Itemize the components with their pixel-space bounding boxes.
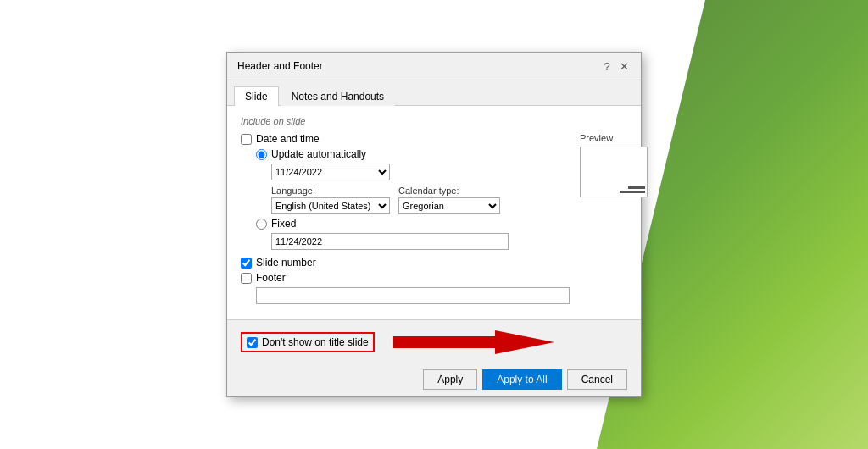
language-field: Language: English (United States) [271, 186, 390, 214]
lang-cal-row: Language: English (United States) Calend… [271, 186, 570, 214]
calendar-label: Calendar type: [398, 186, 500, 196]
update-auto-row: Update automatically [256, 148, 570, 160]
date-time-label[interactable]: Date and time [256, 133, 320, 145]
bottom-section: Don't show on title slide [227, 319, 641, 363]
tab-slide[interactable]: Slide [234, 86, 279, 106]
dialog-body: Include on slide Date and time Update au… [227, 106, 641, 319]
language-label: Language: [271, 186, 390, 196]
dialog-title: Header and Footer [237, 60, 323, 72]
footer-label[interactable]: Footer [256, 272, 286, 284]
dont-show-area: Don't show on title slide [241, 332, 375, 352]
tab-bar: Slide Notes and Handouts [227, 80, 641, 106]
date-dropdown[interactable]: 11/24/2022 [271, 164, 390, 180]
fixed-input-row [271, 233, 570, 250]
preview-box [580, 147, 648, 197]
date-time-row: Date and time [241, 133, 570, 145]
svg-marker-0 [393, 330, 554, 354]
calendar-field: Calendar type: Gregorian [398, 186, 500, 214]
footer-input-row [256, 287, 570, 304]
fixed-date-input[interactable] [271, 233, 509, 250]
footer-checkbox[interactable] [241, 273, 252, 284]
date-select-row: 11/24/2022 [271, 164, 570, 180]
fixed-row: Fixed [256, 218, 570, 230]
update-auto-label[interactable]: Update automatically [271, 148, 366, 160]
title-bar: Header and Footer ? ✕ [227, 53, 641, 80]
left-area: Date and time Update automatically 11/24… [241, 133, 570, 309]
slide-number-checkbox[interactable] [241, 258, 252, 269]
date-time-checkbox[interactable] [241, 134, 252, 145]
apply-all-button[interactable]: Apply to All [482, 369, 561, 390]
slide-number-row: Slide number [241, 257, 570, 269]
header-footer-dialog: Header and Footer ? ✕ Slide Notes and Ha… [226, 52, 642, 397]
fixed-label[interactable]: Fixed [271, 218, 296, 230]
preview-line-2 [620, 191, 645, 193]
preview-label: Preview [580, 133, 648, 143]
preview-area: Preview [580, 133, 648, 309]
cancel-button[interactable]: Cancel [567, 369, 627, 390]
dont-show-label[interactable]: Don't show on title slide [262, 336, 369, 348]
dont-show-checkbox[interactable] [247, 337, 258, 348]
red-arrow-icon [385, 327, 554, 358]
preview-line-1 [628, 186, 645, 189]
dialog-footer: Apply Apply to All Cancel [227, 363, 641, 396]
footer-text-input[interactable] [256, 287, 570, 304]
tab-notes-handouts[interactable]: Notes and Handouts [281, 86, 395, 106]
slide-number-label[interactable]: Slide number [256, 257, 316, 269]
title-controls: ? ✕ [600, 59, 631, 73]
include-section-label: Include on slide [241, 116, 627, 126]
dialog-overlay: Header and Footer ? ✕ Slide Notes and Ha… [0, 0, 868, 449]
update-auto-radio[interactable] [256, 149, 267, 160]
apply-button[interactable]: Apply [423, 369, 477, 390]
main-area: Date and time Update automatically 11/24… [241, 133, 627, 309]
footer-row: Footer [241, 272, 570, 284]
calendar-dropdown[interactable]: Gregorian [398, 197, 500, 214]
close-button[interactable]: ✕ [617, 59, 631, 73]
language-dropdown[interactable]: English (United States) [271, 197, 390, 214]
fixed-radio[interactable] [256, 219, 267, 230]
help-button[interactable]: ? [600, 59, 614, 73]
